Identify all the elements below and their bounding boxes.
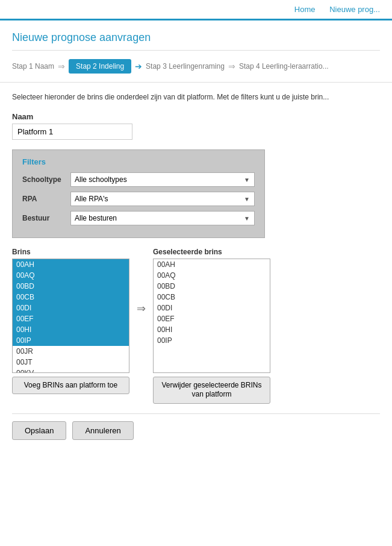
- filters-box: Filters Schooltype Alle schooltypes RPA …: [12, 149, 265, 238]
- bestuur-row: Bestuur Alle besturen: [22, 211, 255, 225]
- selected-brins-label: Geselecteerde brins: [153, 248, 270, 256]
- schooltype-row: Schooltype Alle schooltypes: [22, 172, 255, 187]
- remove-brins-button[interactable]: Verwijder geselecteerde BRINs van platfo…: [153, 377, 270, 404]
- list-item[interactable]: 00EF: [13, 313, 129, 324]
- brins-section: Brins 00AH00AQ00BD00CB00DI00EF00HI00IP00…: [12, 248, 380, 404]
- action-buttons: Opslaan Annuleren: [12, 413, 380, 452]
- rpa-select[interactable]: Alle RPA's: [70, 192, 255, 206]
- rpa-select-wrapper: Alle RPA's: [70, 192, 255, 206]
- list-item[interactable]: 00HI: [13, 324, 129, 335]
- home-link[interactable]: Home: [294, 5, 316, 14]
- brins-list[interactable]: 00AH00AQ00BD00CB00DI00EF00HI00IP00JR00JT…: [12, 259, 129, 373]
- arrow-1: ⇒: [58, 61, 65, 71]
- new-prognose-link[interactable]: Nieuwe prog...: [329, 5, 380, 14]
- list-item[interactable]: 00BD: [154, 281, 270, 292]
- list-item[interactable]: 00EF: [154, 313, 270, 324]
- page-title: Nieuwe prognose aanvragen: [0, 20, 392, 50]
- save-button[interactable]: Opslaan: [12, 421, 66, 440]
- schooltype-label: Schooltype: [22, 175, 70, 184]
- bestuur-label: Bestuur: [22, 214, 70, 222]
- add-brins-button[interactable]: Voeg BRINs aan platform toe: [12, 377, 129, 395]
- step-4[interactable]: Stap 4 Leerling-leraarratio...: [239, 62, 329, 71]
- filters-title: Filters: [22, 157, 255, 166]
- cancel-button[interactable]: Annuleren: [72, 421, 133, 440]
- transfer-arrows: ⇒: [137, 302, 146, 315]
- list-item[interactable]: 00JR: [13, 346, 129, 357]
- rpa-row: RPA Alle RPA's: [22, 192, 255, 206]
- list-item[interactable]: 00IP: [154, 335, 270, 346]
- list-item[interactable]: 00AH: [154, 259, 270, 270]
- schooltype-select-wrapper: Alle schooltypes: [70, 172, 255, 187]
- brins-label: Brins: [12, 248, 129, 256]
- bestuur-select-wrapper: Alle besturen: [70, 211, 255, 225]
- rpa-label: RPA: [22, 195, 70, 203]
- step-2[interactable]: Stap 2 Indeling: [69, 59, 131, 74]
- schooltype-select[interactable]: Alle schooltypes: [70, 172, 255, 187]
- list-item[interactable]: 00IP: [13, 335, 129, 346]
- list-item[interactable]: 00AQ: [154, 270, 270, 281]
- naam-label: Naam: [12, 112, 380, 121]
- brins-column: Brins 00AH00AQ00BD00CB00DI00EF00HI00IP00…: [12, 248, 129, 395]
- arrow-3: ⇒: [228, 61, 235, 71]
- selected-brins-column: Geselecteerde brins 00AH00AQ00BD00CB00DI…: [153, 248, 270, 404]
- top-navigation: Home Nieuwe prog...: [0, 0, 392, 20]
- arrow-2: ➔: [135, 61, 142, 71]
- naam-input[interactable]: [12, 124, 132, 140]
- list-item[interactable]: 00BD: [13, 281, 129, 292]
- step-1[interactable]: Stap 1 Naam: [12, 62, 54, 71]
- list-item[interactable]: 00HI: [154, 324, 270, 335]
- list-item[interactable]: 00CB: [154, 292, 270, 303]
- list-item[interactable]: 00JT: [13, 357, 129, 368]
- selected-brins-list[interactable]: 00AH00AQ00BD00CB00DI00EF00HI00IP: [153, 259, 270, 373]
- stepper: Stap 1 Naam ⇒ Stap 2 Indeling ➔ Stap 3 L…: [0, 51, 392, 83]
- list-item[interactable]: 00DI: [154, 303, 270, 313]
- list-item[interactable]: 00AH: [13, 259, 129, 270]
- list-item[interactable]: 00DI: [13, 303, 129, 313]
- transfer-arrow-icon: ⇒: [137, 302, 146, 315]
- step-3[interactable]: Stap 3 Leerlingenraming: [146, 62, 225, 71]
- list-item[interactable]: 00AQ: [13, 270, 129, 281]
- list-item[interactable]: 00CB: [13, 292, 129, 303]
- description-text: Selecteer hieronder de brins die onderde…: [12, 92, 380, 102]
- bestuur-select[interactable]: Alle besturen: [70, 211, 255, 225]
- main-content: Selecteer hieronder de brins die onderde…: [0, 83, 392, 462]
- list-item[interactable]: 00KV: [13, 368, 129, 373]
